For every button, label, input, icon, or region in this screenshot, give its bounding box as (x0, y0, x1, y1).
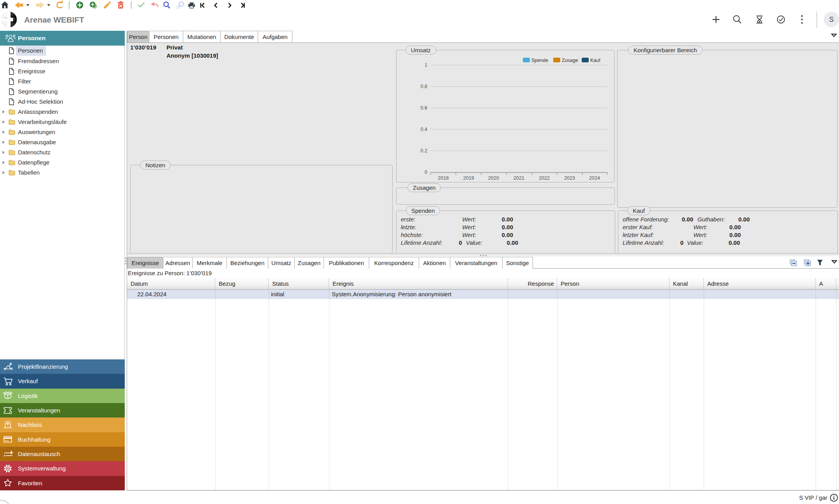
svg-text:0: 0 (425, 170, 427, 175)
svg-text:2023: 2023 (564, 175, 575, 181)
svg-text:2024: 2024 (589, 175, 600, 181)
svg-text:0.4: 0.4 (421, 127, 427, 132)
svg-text:2020: 2020 (488, 175, 499, 181)
svg-text:Kauf: Kauf (590, 58, 600, 63)
svg-text:2022: 2022 (539, 175, 550, 181)
svg-text:0.2: 0.2 (421, 148, 427, 154)
svg-text:Spende: Spende (531, 58, 548, 63)
svg-text:1: 1 (425, 62, 427, 68)
svg-text:0.8: 0.8 (421, 84, 427, 89)
svg-text:2021: 2021 (513, 175, 524, 181)
svg-text:Zusage: Zusage (562, 58, 578, 63)
svg-text:2019: 2019 (463, 175, 474, 181)
svg-text:2018: 2018 (438, 175, 449, 181)
svg-text:0.6: 0.6 (421, 105, 427, 111)
svg-text:S: S (829, 16, 834, 23)
